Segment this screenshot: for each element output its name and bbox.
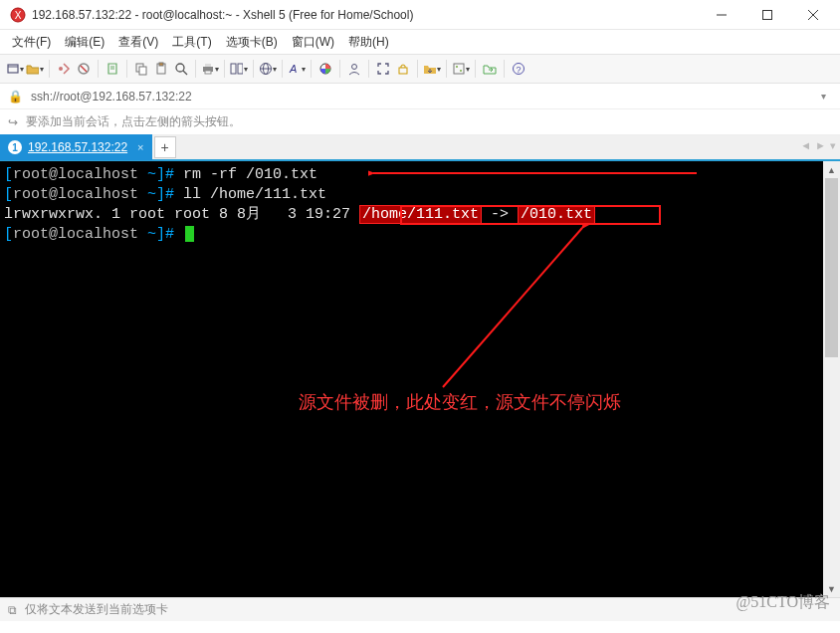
svg-rect-30 xyxy=(399,68,407,74)
xftp-icon[interactable] xyxy=(481,60,499,78)
menu-edit[interactable]: 编辑(E) xyxy=(59,32,110,53)
separator xyxy=(368,60,369,78)
close-button[interactable] xyxy=(790,1,836,29)
paste-icon[interactable] xyxy=(152,60,170,78)
lock-status-icon: 🔒 xyxy=(8,90,23,104)
tip-bar: ↪ 要添加当前会话，点击左侧的箭头按钮。 xyxy=(0,109,840,135)
scroll-up-icon[interactable]: ▲ xyxy=(823,161,840,178)
new-session-icon[interactable] xyxy=(6,60,24,78)
session-tab[interactable]: 1 192.168.57.132:22 × xyxy=(0,134,152,160)
title-bar: X 192.168.57.132:22 - root@localhost:~ -… xyxy=(0,0,840,30)
new-tab-button[interactable]: + xyxy=(154,136,176,158)
separator xyxy=(311,60,312,78)
svg-line-37 xyxy=(443,228,582,387)
scroll-thumb[interactable] xyxy=(825,178,838,357)
window-title: 192.168.57.132:22 - root@localhost:~ - X… xyxy=(32,8,699,22)
user-icon[interactable] xyxy=(345,60,363,78)
tab-index-badge: 1 xyxy=(8,140,22,154)
svg-point-17 xyxy=(176,64,184,72)
transfer-icon[interactable] xyxy=(423,60,441,78)
menu-help[interactable]: 帮助(H) xyxy=(342,32,395,53)
menu-tools[interactable]: 工具(T) xyxy=(166,32,217,53)
tab-close-icon[interactable]: × xyxy=(137,141,143,153)
address-bar[interactable]: 🔒 ssh://root@192.168.57.132:22 ▾ xyxy=(0,84,840,109)
separator xyxy=(475,60,476,78)
separator xyxy=(98,60,99,78)
lock-icon[interactable] xyxy=(394,60,412,78)
color-icon[interactable] xyxy=(316,60,334,78)
svg-line-18 xyxy=(183,71,187,75)
svg-point-32 xyxy=(456,66,458,68)
encoding-icon[interactable] xyxy=(259,60,277,78)
separator xyxy=(339,60,340,78)
separator xyxy=(224,60,225,78)
status-bar: ⧉ 仅将文本发送到当前选项卡 xyxy=(0,597,840,621)
svg-rect-14 xyxy=(139,67,146,75)
menu-file[interactable]: 文件(F) xyxy=(6,32,57,53)
watermark: @51CTO博客 xyxy=(736,592,830,613)
address-dropdown-icon[interactable]: ▾ xyxy=(815,91,832,102)
font-icon[interactable]: A xyxy=(288,60,306,78)
menu-bar: 文件(F) 编辑(E) 查看(V) 工具(T) 选项卡(B) 窗口(W) 帮助(… xyxy=(0,30,840,54)
terminal-content: [root@localhost ~]# rm -rf /010.txt [roo… xyxy=(0,161,840,249)
print-icon[interactable] xyxy=(201,60,219,78)
broken-link-target: /010.txt xyxy=(518,205,595,224)
svg-rect-22 xyxy=(231,64,236,74)
svg-point-33 xyxy=(460,70,462,72)
tip-text: 要添加当前会话，点击左侧的箭头按钮。 xyxy=(26,113,241,130)
menu-window[interactable]: 窗口(W) xyxy=(286,32,340,53)
status-text: 仅将文本发送到当前选项卡 xyxy=(25,601,168,618)
tab-prev-icon[interactable]: ◄ xyxy=(800,139,811,152)
tab-label: 192.168.57.132:22 xyxy=(28,140,127,154)
tab-menu-icon[interactable]: ▾ xyxy=(830,139,836,152)
broken-link-source: /home/111.txt xyxy=(359,205,482,224)
tab-next-icon[interactable]: ► xyxy=(815,139,826,152)
tab-bar: 1 192.168.57.132:22 × + ◄ ► ▾ xyxy=(0,135,840,161)
separator xyxy=(126,60,127,78)
layout-icon[interactable] xyxy=(230,60,248,78)
fullscreen-icon[interactable] xyxy=(374,60,392,78)
annotation-text: 源文件被删，此处变红，源文件不停闪烁 xyxy=(299,390,621,414)
terminal[interactable]: [root@localhost ~]# rm -rf /010.txt [roo… xyxy=(0,161,840,597)
separator xyxy=(282,60,283,78)
svg-rect-20 xyxy=(205,64,211,67)
reconnect-icon[interactable] xyxy=(55,60,73,78)
svg-text:A: A xyxy=(289,63,297,75)
svg-text:?: ? xyxy=(516,65,521,75)
svg-text:X: X xyxy=(15,10,22,21)
copy-icon[interactable] xyxy=(132,60,150,78)
help-icon[interactable]: ? xyxy=(510,60,527,78)
svg-rect-21 xyxy=(205,71,211,74)
session-url: ssh://root@192.168.57.132:22 xyxy=(31,90,815,104)
maximize-button[interactable] xyxy=(744,1,790,29)
separator xyxy=(195,60,196,78)
menu-view[interactable]: 查看(V) xyxy=(112,32,164,53)
svg-point-29 xyxy=(352,65,357,70)
menu-tabs[interactable]: 选项卡(B) xyxy=(220,32,284,53)
disconnect-icon[interactable] xyxy=(75,60,93,78)
svg-rect-23 xyxy=(238,64,243,74)
separator xyxy=(417,60,418,78)
input-mode-icon[interactable]: ⧉ xyxy=(8,603,17,617)
minimize-button[interactable] xyxy=(699,1,744,29)
terminal-cursor xyxy=(185,226,194,242)
separator xyxy=(49,60,50,78)
find-icon[interactable] xyxy=(172,60,190,78)
add-session-icon[interactable]: ↪ xyxy=(8,115,18,129)
terminal-scrollbar[interactable]: ▲ ▼ xyxy=(823,161,840,597)
svg-rect-3 xyxy=(763,10,772,19)
svg-point-8 xyxy=(59,67,63,71)
svg-rect-16 xyxy=(159,63,163,66)
svg-rect-6 xyxy=(8,65,18,73)
toolbar: A ? xyxy=(0,54,840,84)
script-icon[interactable] xyxy=(452,60,470,78)
separator xyxy=(253,60,254,78)
separator xyxy=(446,60,447,78)
app-icon: X xyxy=(10,7,26,23)
separator xyxy=(504,60,505,78)
svg-rect-31 xyxy=(454,64,464,74)
properties-icon[interactable] xyxy=(104,60,121,78)
svg-line-10 xyxy=(81,66,87,72)
open-folder-icon[interactable] xyxy=(26,60,44,78)
